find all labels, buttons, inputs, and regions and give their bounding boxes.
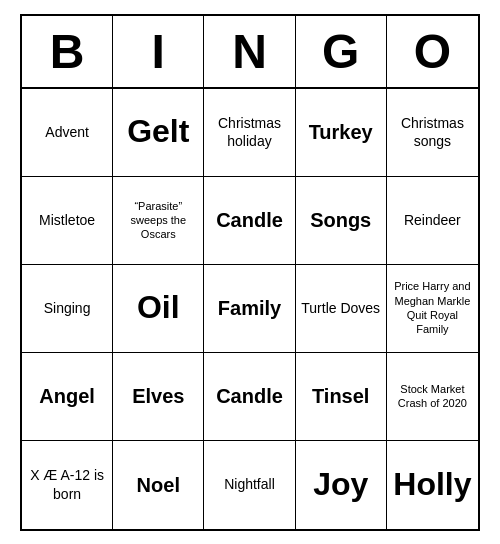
bingo-cell-19: Stock Market Crash of 2020 — [387, 353, 478, 441]
bingo-cell-9: Reindeer — [387, 177, 478, 265]
bingo-header: BINGO — [22, 16, 478, 89]
header-letter-i: I — [113, 16, 204, 87]
bingo-cell-8: Songs — [296, 177, 387, 265]
header-letter-o: O — [387, 16, 478, 87]
header-letter-n: N — [204, 16, 295, 87]
bingo-cell-23: Joy — [296, 441, 387, 529]
bingo-card: BINGO AdventGeltChristmas holidayTurkeyC… — [20, 14, 480, 531]
header-letter-b: B — [22, 16, 113, 87]
bingo-cell-3: Turkey — [296, 89, 387, 177]
bingo-cell-21: Noel — [113, 441, 204, 529]
bingo-cell-12: Family — [204, 265, 295, 353]
bingo-cell-11: Oil — [113, 265, 204, 353]
bingo-cell-0: Advent — [22, 89, 113, 177]
bingo-cell-4: Christmas songs — [387, 89, 478, 177]
bingo-grid: AdventGeltChristmas holidayTurkeyChristm… — [22, 89, 478, 529]
bingo-cell-17: Candle — [204, 353, 295, 441]
bingo-cell-16: Elves — [113, 353, 204, 441]
bingo-cell-7: Candle — [204, 177, 295, 265]
bingo-cell-24: Holly — [387, 441, 478, 529]
bingo-cell-1: Gelt — [113, 89, 204, 177]
bingo-cell-22: Nightfall — [204, 441, 295, 529]
bingo-cell-10: Singing — [22, 265, 113, 353]
bingo-cell-6: “Parasite” sweeps the Oscars — [113, 177, 204, 265]
bingo-cell-15: Angel — [22, 353, 113, 441]
bingo-cell-14: Price Harry and Meghan Markle Quit Royal… — [387, 265, 478, 353]
bingo-cell-5: Mistletoe — [22, 177, 113, 265]
bingo-cell-18: Tinsel — [296, 353, 387, 441]
bingo-cell-2: Christmas holiday — [204, 89, 295, 177]
bingo-cell-13: Turtle Doves — [296, 265, 387, 353]
header-letter-g: G — [296, 16, 387, 87]
bingo-cell-20: X Æ A-12 is born — [22, 441, 113, 529]
